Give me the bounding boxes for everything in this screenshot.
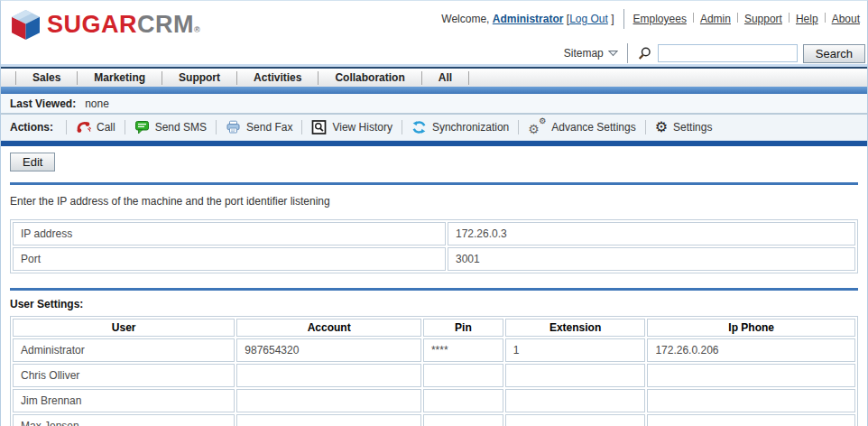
user-settings-table: UserAccountPinExtensionIp Phone Administ…: [10, 316, 858, 426]
header-divider: [623, 9, 624, 29]
brand-wordmark: SUGARCRM®: [47, 11, 200, 39]
table-row: Chris Olliver: [13, 364, 855, 387]
tab-marketing[interactable]: Marketing: [78, 71, 162, 85]
tab-sales[interactable]: Sales: [15, 71, 78, 85]
cell-value: [505, 389, 646, 412]
table-row: IP address172.26.0.3: [13, 222, 855, 245]
search-icon: [637, 46, 652, 61]
cell-value: Max Jensen: [13, 414, 235, 426]
action-view-history[interactable]: View History: [311, 120, 392, 134]
action-synchronization[interactable]: Synchronization: [411, 120, 509, 134]
header-link-about[interactable]: About: [832, 13, 860, 25]
tab-support[interactable]: Support: [162, 71, 237, 85]
action-separator: [125, 120, 125, 134]
cell-value: [236, 414, 421, 426]
cell-value: [423, 414, 503, 426]
action-send-fax[interactable]: Send Fax: [226, 120, 292, 134]
action-advance-settings[interactable]: ⚙⚙Advance Settings: [528, 120, 635, 134]
sitemap-menu[interactable]: Sitemap: [564, 47, 618, 60]
table-row: Port3001: [13, 247, 855, 271]
column-header-account: Account: [236, 319, 421, 337]
section-divider: [10, 182, 858, 185]
connection-settings-table: IP address172.26.0.3Port3001: [10, 219, 858, 273]
edit-button[interactable]: Edit: [10, 153, 55, 171]
send-fax-icon: [226, 120, 241, 134]
actions-label: Actions:: [10, 121, 53, 134]
action-separator: [66, 120, 67, 134]
tab-all[interactable]: All: [422, 71, 469, 85]
setting-value: 3001: [448, 247, 855, 271]
cell-value: [647, 389, 855, 412]
tab-activities[interactable]: Activities: [237, 71, 319, 85]
view-history-icon: [311, 120, 327, 134]
sugarcrm-page: SUGARCRM® Welcome, Administrator [Log Ou…: [0, 0, 868, 426]
link-separator: [737, 13, 738, 23]
link-separator: [825, 13, 826, 23]
advance-settings-icon: ⚙⚙: [528, 120, 546, 134]
cell-value: [236, 364, 421, 387]
settings-icon: ⚙: [655, 120, 668, 134]
action-separator: [301, 120, 302, 134]
action-label: Settings: [673, 121, 712, 134]
header-link-employees[interactable]: Employees: [633, 13, 687, 25]
send-sms-icon: [134, 120, 150, 134]
action-label: Synchronization: [432, 121, 509, 134]
search-button[interactable]: Search: [803, 44, 865, 63]
sugarcrm-logo[interactable]: SUGARCRM®: [12, 10, 200, 40]
header-link-support[interactable]: Support: [744, 13, 782, 25]
last-viewed-label: Last Viewed:: [10, 97, 76, 110]
header-links: EmployeesAdminSupportHelpAbout: [633, 13, 860, 25]
header-link-admin[interactable]: Admin: [700, 13, 731, 25]
main-content: Edit Enter the IP address of the machine…: [1, 146, 867, 426]
action-separator: [645, 120, 646, 134]
column-header-pin: Pin: [423, 319, 503, 337]
cell-value: ****: [423, 338, 503, 362]
cell-value: Administrator: [13, 338, 235, 362]
welcome-text: Welcome, Administrator [Log Out ]: [441, 13, 614, 25]
header-link-help[interactable]: Help: [796, 13, 818, 25]
tab-collaboration[interactable]: Collaboration: [319, 71, 421, 85]
setting-label: IP address: [13, 222, 446, 245]
action-label: Send SMS: [155, 121, 207, 134]
blue-bar: [1, 87, 867, 94]
action-label: View History: [332, 121, 392, 134]
cell-value: 172.26.0.206: [647, 338, 855, 362]
action-send-sms[interactable]: Send SMS: [134, 120, 207, 134]
cell-value: Jim Brennan: [13, 389, 235, 412]
cell-value: 1: [505, 338, 646, 362]
chevron-down-icon: [608, 50, 618, 57]
table-row: Max Jensen: [13, 414, 855, 426]
action-label: Send Fax: [246, 121, 292, 134]
module-tab-bar: SalesMarketingSupportActivitiesCollabora…: [1, 67, 867, 87]
last-viewed-value: none: [85, 97, 109, 110]
logout-link[interactable]: Log Out: [569, 13, 608, 25]
setting-value: 172.26.0.3: [448, 222, 855, 245]
cell-value: [647, 414, 855, 426]
search-input[interactable]: [658, 44, 798, 62]
search-divider: [627, 43, 628, 63]
cell-value: 987654320: [236, 338, 421, 362]
action-call[interactable]: Call: [76, 120, 115, 134]
cell-value: Chris Olliver: [13, 364, 235, 387]
action-label: Advance Settings: [551, 121, 635, 134]
link-separator: [693, 13, 694, 23]
action-settings[interactable]: ⚙Settings: [655, 120, 713, 134]
action-separator: [518, 120, 519, 134]
synchronization-icon: [411, 120, 427, 134]
column-header-extension: Extension: [505, 319, 646, 337]
cube-logo-icon: [12, 10, 40, 40]
action-separator: [216, 120, 217, 134]
cell-value: [505, 414, 646, 426]
action-separator: [402, 120, 402, 134]
cell-value: [236, 389, 421, 412]
user-settings-title: User Settings:: [10, 298, 858, 310]
call-icon: [76, 120, 91, 134]
section-divider: [10, 288, 858, 291]
actions-bar: Actions: Call Send SMS Send Fax View His…: [1, 115, 867, 141]
setting-label: Port: [13, 247, 446, 271]
cell-value: [505, 364, 646, 387]
current-user-link[interactable]: Administrator: [493, 13, 564, 25]
table-row: Administrator987654320****1172.26.0.206: [13, 338, 855, 362]
cell-value: [647, 364, 855, 387]
table-row: Jim Brennan: [13, 389, 855, 412]
